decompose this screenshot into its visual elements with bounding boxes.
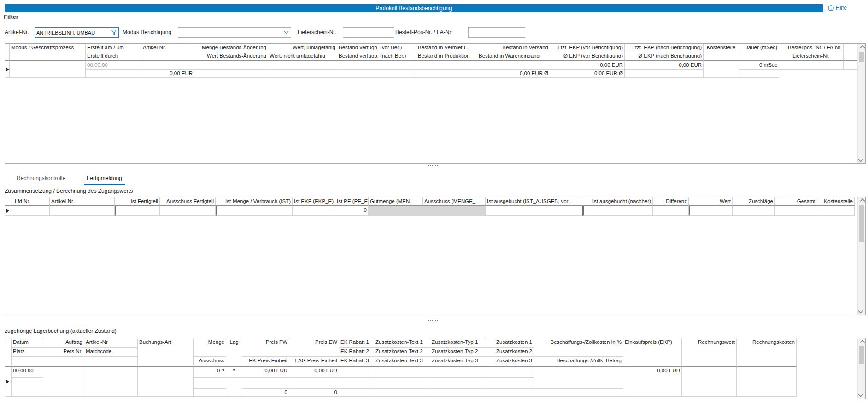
cell-erstellt-zeit[interactable]: 00:00:00 <box>86 61 141 70</box>
col-zusatzkosten-text-3[interactable]: Zusatzkosten-Text 3 <box>374 357 430 367</box>
cell-bestand-produktion[interactable] <box>337 70 416 78</box>
col-auftrag[interactable]: Auftrag <box>43 338 84 348</box>
cell-ist-ausgebucht-vorher[interactable] <box>486 206 582 216</box>
col-ek-rabatt-1[interactable]: EK Rabatt 1 <box>339 338 374 348</box>
cell-beschaffung-betrag[interactable] <box>534 389 623 397</box>
cell-zusatzkosten-2[interactable] <box>485 378 534 389</box>
cell-wert[interactable] <box>689 206 733 216</box>
col-zusatzkosten-text-2[interactable]: Zusatzkosten-Text 2 <box>374 348 430 357</box>
cell-rechnungswert[interactable] <box>682 367 737 397</box>
col-zuschlaege[interactable]: Zuschläge <box>733 197 775 206</box>
cell-lfd-nr[interactable] <box>13 206 50 216</box>
protocol-grid-vertical-scrollbar[interactable] <box>857 44 865 163</box>
cell-wert-aenderung[interactable]: 0,00 EUR <box>141 70 194 78</box>
col-beschaffungs-zollkosten[interactable]: Beschaffungs-/Zollkosten in % <box>534 338 623 357</box>
cell-avg-ekp-vor[interactable]: 0,00 EUR Ø <box>477 70 550 78</box>
cell-ist-fertigteil[interactable] <box>115 206 160 216</box>
cell-menge[interactable]: 0 ? <box>194 367 226 378</box>
cell-ausschuss-fertigteil[interactable] <box>160 206 216 216</box>
scrollbar-thumb[interactable] <box>859 205 864 242</box>
col-rechnungskosten[interactable]: Rechnungskosten <box>737 338 797 367</box>
cell-lieferschein[interactable] <box>739 70 779 78</box>
cell-zusatzkosten-text-1[interactable] <box>374 367 430 378</box>
col-lieferschein-nr[interactable]: Lieferschein-Nr. <box>779 52 844 61</box>
cell-dauer-2[interactable] <box>625 70 704 78</box>
cell-artikel-2[interactable] <box>86 70 141 78</box>
col-menge[interactable]: Menge <box>194 338 226 357</box>
scroll-up-arrow[interactable] <box>858 338 865 346</box>
col-avg-ekp-nach[interactable]: Ø EKP (nach Berichtigung) <box>625 52 704 61</box>
cell-ist-menge[interactable] <box>216 206 293 216</box>
col-ist-pe[interactable]: Ist PE (PE_E) <box>335 197 369 206</box>
col-bestand-in-wareneingang[interactable]: Bestand in Wareneingang <box>477 52 550 61</box>
cell-ek-preis-einheit[interactable]: 0 <box>242 389 289 397</box>
cell-ist-pe[interactable]: 0 <box>335 206 369 216</box>
cell-zusatzkosten-text-2[interactable] <box>374 378 430 389</box>
window-titlebar[interactable]: Protokoll Bestandsberichtigung <box>5 4 823 12</box>
cell-ltzt-ekp-nach[interactable]: 0,00 EUR <box>625 61 704 70</box>
col-buchungs-art[interactable]: Buchungs-Art <box>138 338 194 367</box>
cell-ist-ekp[interactable] <box>293 206 335 216</box>
col-ek-rabatt-2[interactable]: EK Rabatt 2 <box>339 348 374 357</box>
cell-einkaufspreis-ekp[interactable]: 0,00 EUR <box>623 367 682 397</box>
col-ltzt-ekp-vor[interactable]: Ltzt. EKP (vor Berichtigung) <box>550 44 625 52</box>
cell-ek-rabatt-1[interactable] <box>339 367 374 378</box>
col-wert-umlagefaehig[interactable]: Wert, umlagefähig <box>268 44 337 52</box>
row-selector-header[interactable] <box>5 338 12 367</box>
cell-zusatzkosten-typ-2[interactable] <box>430 378 485 389</box>
col-zusatzkosten-text-1[interactable]: Zusatzkosten-Text 1 <box>374 338 430 348</box>
cell-erstellt-durch[interactable] <box>844 61 857 70</box>
col-zusatzkosten-3[interactable]: Zusatzkosten 3 <box>485 357 534 367</box>
scrollbar-thumb[interactable] <box>859 52 864 62</box>
lagerbuchung-vertical-scrollbar[interactable] <box>857 338 865 399</box>
col-zusatzkosten-1[interactable]: Zusatzkosten 1 <box>485 338 534 348</box>
scroll-down-arrow[interactable] <box>858 391 865 399</box>
col-preis-fw[interactable]: Preis FW <box>242 338 289 357</box>
col-artikel-nr[interactable]: Artikel-Nr. <box>50 197 115 206</box>
cell-artikel-nr[interactable] <box>84 367 138 397</box>
cell-gesamt[interactable] <box>775 206 817 216</box>
col-lag[interactable]: Lag <box>226 338 242 367</box>
col-ausschuss[interactable]: Ausschuss <box>194 357 226 367</box>
col-wert-nicht-umlagefaehig[interactable]: Wert, nicht umlagefähig <box>268 52 337 61</box>
cell-rechnungskosten[interactable] <box>737 367 797 397</box>
col-bestand-in-versand[interactable]: Bestand in Versand <box>477 44 550 52</box>
col-menge-bestands-aenderung[interactable]: Menge Bestands-Änderung <box>194 44 268 52</box>
col-erstellt-am-um[interactable]: Erstellt am / um <box>86 44 141 52</box>
artikel-nr-field[interactable] <box>35 27 119 38</box>
cell-preis-fw-2[interactable] <box>242 378 289 389</box>
col-bestellpos-fa-nr[interactable]: Bestellpos.-Nr. / FA-Nr. <box>779 44 844 52</box>
cell-lag-preis-einheit[interactable]: 0 <box>289 389 339 397</box>
splitter-handle[interactable] <box>428 320 429 321</box>
col-matchcode[interactable]: Matchcode <box>84 348 138 357</box>
col-kostenstelle[interactable]: Kostenstelle <box>817 197 855 206</box>
col-einkaufspreis-ekp[interactable]: Einkaufspreis (EKP) <box>623 338 682 367</box>
cell-buchungs-art[interactable] <box>138 367 194 397</box>
scroll-up-arrow[interactable] <box>858 197 865 204</box>
col-wert-bestands-aenderung[interactable]: Wert Bestands-Änderung <box>194 52 268 61</box>
cell-artikel-1[interactable] <box>141 61 194 70</box>
cell-lag-2[interactable] <box>226 378 242 397</box>
col-zusatzkosten-typ-2[interactable]: Zusatzkosten-Typ 2 <box>430 348 485 357</box>
bestellpos-nr-input[interactable] <box>468 27 525 38</box>
cell-zusatzkosten-3[interactable] <box>485 389 534 397</box>
col-gutmenge[interactable]: Gutmenge (MEN... <box>369 197 423 206</box>
row-selector-header[interactable] <box>5 197 13 206</box>
cell-avg-ekp-nach[interactable]: 0,00 EUR Ø <box>550 70 625 78</box>
cell-bestand-vermietung[interactable] <box>416 61 477 70</box>
scroll-down-arrow[interactable] <box>858 307 865 315</box>
cell-ek-rabatt-2[interactable] <box>339 378 374 389</box>
cell-artikel-nr[interactable] <box>50 206 115 216</box>
col-datum[interactable]: Datum <box>12 338 43 348</box>
cell-datum[interactable]: 00:00:00 <box>12 367 43 378</box>
cell-platz[interactable] <box>12 378 43 397</box>
col-gesamt[interactable]: Gesamt <box>775 197 817 206</box>
cell-modus[interactable] <box>10 61 86 78</box>
cell-menge-2[interactable] <box>194 378 226 389</box>
col-ltzt-ekp-nach[interactable]: Ltzt. EKP (nach Berichtigung) <box>625 44 704 52</box>
col-differenz[interactable]: Differenz <box>653 197 689 206</box>
col-pers-nr[interactable]: Pers.Nr. <box>43 348 84 357</box>
scrollbar-thumb[interactable] <box>859 346 864 364</box>
col-bestand-verfuegb-nach[interactable]: Bestand verfügb. (nach Ber.) <box>337 52 416 61</box>
row-selector-header[interactable] <box>5 44 10 61</box>
